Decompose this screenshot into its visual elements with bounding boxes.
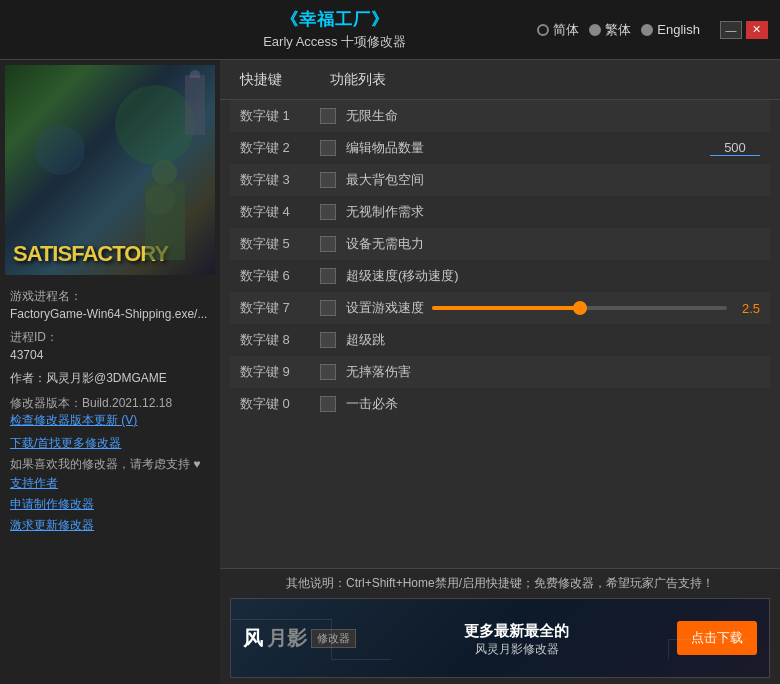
feature-checkbox[interactable] [320, 332, 336, 348]
feature-row: 数字键 0一击必杀 [230, 388, 770, 420]
radio-english [641, 24, 653, 36]
slider-value: 2.5 [735, 301, 760, 316]
feature-input[interactable] [710, 140, 760, 156]
right-panel: 快捷键 功能列表 数字键 1无限生命数字键 2编辑物品数量数字键 3最大背包空间… [220, 60, 780, 684]
feature-checkbox[interactable] [320, 172, 336, 188]
feature-name: 最大背包空间 [346, 171, 760, 189]
feature-checkbox[interactable] [320, 364, 336, 380]
lang-traditional[interactable]: 繁体 [589, 21, 631, 39]
title-bar: 《幸福工厂》 Early Access 十项修改器 简体 繁体 English … [0, 0, 780, 60]
feature-row: 数字键 6超级速度(移动速度) [230, 260, 770, 292]
notice-text: 其他说明：Ctrl+Shift+Home禁用/启用快捷键；免费修改器，希望玩家广… [230, 575, 770, 592]
ad-sub-text: 风灵月影修改器 [464, 641, 569, 658]
hotkey-label: 数字键 6 [240, 267, 320, 285]
feature-column-header: 功能列表 [330, 71, 760, 89]
language-selector: 简体 繁体 English — ✕ [537, 21, 768, 39]
check-update-link[interactable]: 检查修改器版本更新 (V) [10, 412, 210, 429]
ad-main-text: 更多最新最全的 [464, 622, 569, 641]
feature-list: 数字键 1无限生命数字键 2编辑物品数量数字键 3最大背包空间数字键 4无视制作… [220, 100, 780, 568]
slider-track[interactable] [432, 306, 727, 310]
ad-download-button[interactable]: 点击下载 [677, 621, 757, 655]
ad-modifier-label: 修改器 [311, 629, 356, 648]
radio-traditional [589, 24, 601, 36]
feature-checkbox[interactable] [320, 268, 336, 284]
request-trainer-link[interactable]: 申请制作修改器 [10, 496, 210, 513]
lang-simplified[interactable]: 简体 [537, 21, 579, 39]
close-button[interactable]: ✕ [746, 21, 768, 39]
ad-text-area: 更多最新最全的 风灵月影修改器 [464, 618, 569, 658]
slider-container: 2.5 [432, 301, 760, 316]
hotkey-label: 数字键 5 [240, 235, 320, 253]
process-id-value: 43704 [10, 348, 210, 362]
left-panel: SATISFACTORY 游戏进程名： FactoryGame-Win64-Sh… [0, 60, 220, 684]
support-author-link[interactable]: 支持作者 [10, 475, 210, 492]
hotkey-label: 数字键 7 [240, 299, 320, 317]
feature-checkbox[interactable] [320, 236, 336, 252]
feature-name: 编辑物品数量 [346, 139, 702, 157]
slider-thumb[interactable] [573, 301, 587, 315]
feature-checkbox[interactable] [320, 108, 336, 124]
ad-logo-text: 风 月影 修改器 [243, 625, 356, 652]
process-id-label: 进程ID： [10, 329, 210, 346]
feature-row: 数字键 5设备无需电力 [230, 228, 770, 260]
feature-name: 一击必杀 [346, 395, 760, 413]
feature-row: 数字键 9无摔落伤害 [230, 356, 770, 388]
download-link[interactable]: 下载/首找更多修改器 [10, 435, 210, 452]
lang-english[interactable]: English [641, 22, 700, 37]
version-text: 修改器版本：Build.2021.12.18 [10, 395, 210, 412]
hotkey-column-header: 快捷键 [240, 71, 330, 89]
feature-row: 数字键 4无视制作需求 [230, 196, 770, 228]
game-info: 游戏进程名： FactoryGame-Win64-Shipping.exe/..… [0, 280, 220, 684]
feature-header: 快捷键 功能列表 [220, 60, 780, 100]
feature-checkbox[interactable] [320, 300, 336, 316]
support-text: 如果喜欢我的修改器，请考虑支持 ♥ [10, 456, 210, 473]
minimize-button[interactable]: — [720, 21, 742, 39]
feature-name: 设置游戏速度 [346, 299, 424, 317]
feature-name: 超级速度(移动速度) [346, 267, 760, 285]
feature-name: 设备无需电力 [346, 235, 760, 253]
author-line: 作者：风灵月影@3DMGAME [10, 370, 210, 387]
hotkey-label: 数字键 3 [240, 171, 320, 189]
hotkey-label: 数字键 1 [240, 107, 320, 125]
ad-logo-area: 风 月影 修改器 [243, 625, 356, 652]
radio-simplified [537, 24, 549, 36]
feature-checkbox[interactable] [320, 140, 336, 156]
main-content: SATISFACTORY 游戏进程名： FactoryGame-Win64-Sh… [0, 60, 780, 684]
feature-checkbox[interactable] [320, 204, 336, 220]
more-updates-link[interactable]: 激求更新修改器 [10, 517, 210, 534]
feature-row: 数字键 1无限生命 [230, 100, 770, 132]
feature-name: 无限生命 [346, 107, 760, 125]
window-controls: — ✕ [720, 21, 768, 39]
title-center: 《幸福工厂》 Early Access 十项修改器 [263, 8, 406, 51]
app-title: 《幸福工厂》 [263, 8, 406, 31]
ad-banner: 风 月影 修改器 更多最新最全的 风灵月影修改器 点击下载 [230, 598, 770, 678]
feature-name: 超级跳 [346, 331, 760, 349]
hotkey-label: 数字键 8 [240, 331, 320, 349]
feature-name: 无摔落伤害 [346, 363, 760, 381]
feature-row: 数字键 2编辑物品数量 [230, 132, 770, 164]
feature-checkbox[interactable] [320, 396, 336, 412]
app-subtitle: Early Access 十项修改器 [263, 33, 406, 51]
hotkey-label: 数字键 4 [240, 203, 320, 221]
feature-name: 无视制作需求 [346, 203, 760, 221]
feature-row: 数字键 3最大背包空间 [230, 164, 770, 196]
slider-fill [432, 306, 580, 310]
hotkey-label: 数字键 2 [240, 139, 320, 157]
game-cover-image: SATISFACTORY [5, 65, 215, 275]
bottom-area: 其他说明：Ctrl+Shift+Home禁用/启用快捷键；免费修改器，希望玩家广… [220, 568, 780, 684]
hotkey-label: 数字键 9 [240, 363, 320, 381]
feature-row: 数字键 7设置游戏速度2.5 [230, 292, 770, 324]
feature-row: 数字键 8超级跳 [230, 324, 770, 356]
process-name-value: FactoryGame-Win64-Shipping.exe/... [10, 307, 210, 321]
process-name-label: 游戏进程名： [10, 288, 210, 305]
hotkey-label: 数字键 0 [240, 395, 320, 413]
